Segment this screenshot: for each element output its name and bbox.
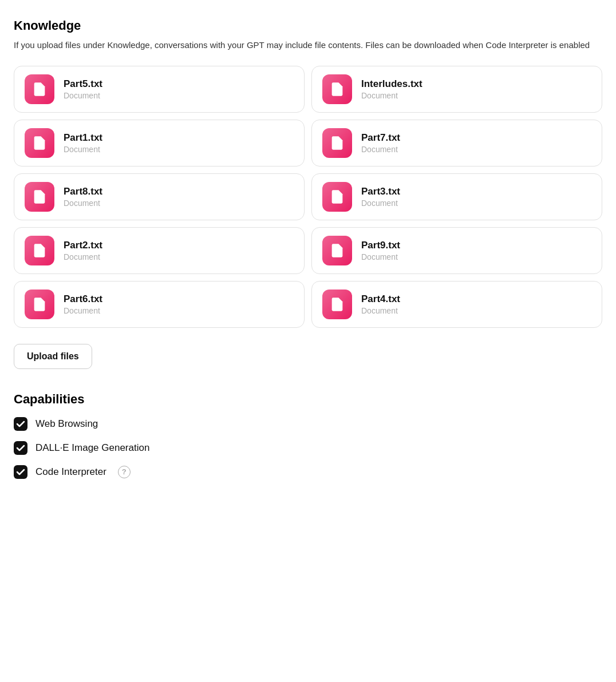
capability-label-web-browsing: Web Browsing (35, 418, 98, 430)
upload-files-button[interactable]: Upload files (14, 344, 92, 369)
file-name-part9: Part9.txt (361, 240, 400, 251)
files-grid: Part5.txt Document Interludes.txt Docume… (14, 66, 602, 328)
file-icon-part9 (322, 236, 352, 265)
file-type-part4: Document (361, 306, 400, 315)
file-card-part1[interactable]: Part1.txt Document (14, 120, 305, 166)
file-name-part4: Part4.txt (361, 294, 400, 305)
file-name-part1: Part1.txt (64, 132, 102, 144)
file-icon-part7 (322, 128, 352, 158)
file-name-part2: Part2.txt (64, 240, 102, 251)
file-icon-part6 (25, 290, 54, 319)
file-card-part5[interactable]: Part5.txt Document (14, 66, 305, 113)
capability-label-code-interpreter: Code Interpreter (35, 466, 106, 478)
file-card-part4[interactable]: Part4.txt Document (311, 281, 602, 328)
file-name-interludes: Interludes.txt (361, 78, 422, 90)
file-icon-part1 (25, 128, 54, 158)
file-info-part8: Part8.txt Document (64, 186, 102, 208)
checkbox-code-interpreter[interactable] (14, 465, 27, 479)
file-name-part8: Part8.txt (64, 186, 102, 197)
file-name-part7: Part7.txt (361, 132, 400, 144)
file-type-part1: Document (64, 145, 102, 154)
file-icon-interludes (322, 74, 352, 104)
file-card-part7[interactable]: Part7.txt Document (311, 120, 602, 166)
file-card-part9[interactable]: Part9.txt Document (311, 227, 602, 274)
file-card-part8[interactable]: Part8.txt Document (14, 173, 305, 220)
info-icon-code-interpreter[interactable]: ? (118, 466, 131, 478)
file-type-part3: Document (361, 199, 400, 208)
file-card-part6[interactable]: Part6.txt Document (14, 281, 305, 328)
file-icon-part4 (322, 290, 352, 319)
file-icon-part5 (25, 74, 54, 104)
file-info-part6: Part6.txt Document (64, 294, 102, 315)
file-info-part5: Part5.txt Document (64, 78, 102, 100)
file-card-part3[interactable]: Part3.txt Document (311, 173, 602, 220)
file-type-part6: Document (64, 306, 102, 315)
file-info-part7: Part7.txt Document (361, 132, 400, 154)
capability-item-code-interpreter: Code Interpreter? (14, 465, 602, 479)
file-info-part2: Part2.txt Document (64, 240, 102, 261)
file-info-interludes: Interludes.txt Document (361, 78, 422, 100)
capability-item-dalle: DALL·E Image Generation (14, 441, 602, 455)
file-type-interludes: Document (361, 91, 422, 100)
file-icon-part8 (25, 182, 54, 212)
file-card-interludes[interactable]: Interludes.txt Document (311, 66, 602, 113)
file-card-part2[interactable]: Part2.txt Document (14, 227, 305, 274)
capability-label-dalle: DALL·E Image Generation (35, 442, 149, 454)
capabilities-title: Capabilities (14, 392, 602, 407)
checkbox-dalle[interactable] (14, 441, 27, 455)
file-type-part2: Document (64, 252, 102, 261)
file-type-part9: Document (361, 252, 400, 261)
file-name-part5: Part5.txt (64, 78, 102, 90)
file-name-part3: Part3.txt (361, 186, 400, 197)
file-icon-part2 (25, 236, 54, 265)
knowledge-title: Knowledge (14, 18, 602, 33)
capability-item-web-browsing: Web Browsing (14, 417, 602, 431)
file-info-part3: Part3.txt Document (361, 186, 400, 208)
file-info-part1: Part1.txt Document (64, 132, 102, 154)
file-info-part4: Part4.txt Document (361, 294, 400, 315)
file-type-part7: Document (361, 145, 400, 154)
file-icon-part3 (322, 182, 352, 212)
file-type-part8: Document (64, 199, 102, 208)
checkbox-web-browsing[interactable] (14, 417, 27, 431)
file-info-part9: Part9.txt Document (361, 240, 400, 261)
knowledge-description: If you upload files under Knowledge, con… (14, 39, 602, 52)
file-name-part6: Part6.txt (64, 294, 102, 305)
capabilities-list: Web BrowsingDALL·E Image GenerationCode … (14, 417, 602, 479)
file-type-part5: Document (64, 91, 102, 100)
